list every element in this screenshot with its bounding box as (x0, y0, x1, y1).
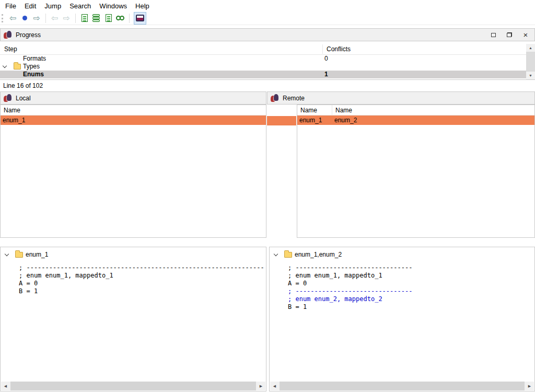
progress-tree: Formats0TypesEnums1 (0, 55, 526, 78)
scroll-down-icon[interactable]: ▼ (526, 72, 535, 79)
code-line[interactable]: ; ------------------------------- (288, 264, 532, 272)
local-code-view: ; --------------------------------------… (19, 264, 264, 295)
current-position-button[interactable] (19, 13, 31, 24)
restore-icon (507, 32, 512, 37)
local-titlebar[interactable]: Local (0, 91, 266, 105)
tree-row[interactable]: Formats0 (0, 55, 526, 63)
horizontal-scrollbar[interactable]: ◀ ▶ (1, 382, 265, 390)
toolbar-separator (75, 14, 76, 23)
menu-item-file[interactable]: File (1, 1, 20, 11)
code-line[interactable]: ; --------------------------------------… (19, 264, 264, 272)
code-line[interactable]: B = 1 (19, 287, 264, 295)
prev-conflict-button[interactable]: ⇦ (49, 13, 61, 24)
code-line[interactable]: ; enum enum_2, mappedto_2 (288, 295, 532, 303)
restore-button[interactable] (506, 31, 513, 39)
toolbar-grip[interactable] (2, 14, 4, 22)
merge-gutter (266, 105, 297, 238)
code-line[interactable]: B = 1 (288, 303, 532, 311)
close-icon: × (524, 31, 528, 39)
arrow-left-icon: ⇦ (51, 14, 58, 22)
remote-title: Remote (283, 95, 305, 102)
window-buttons: × (490, 31, 531, 39)
use-remote-button[interactable] (102, 13, 114, 24)
chevron-down-icon[interactable] (274, 252, 277, 256)
scroll-right-icon[interactable]: ▶ (525, 382, 534, 390)
column-header-name[interactable]: Name (297, 105, 332, 115)
toolbar: ⇦ ⇨ ⇦ ⇨ (0, 11, 535, 25)
menu-item-jump[interactable]: Jump (40, 1, 65, 11)
remote-code-view: ; -------------------------------; enum … (288, 264, 532, 311)
next-conflict-button[interactable]: ⇨ (61, 13, 73, 24)
horizontal-scrollbar[interactable]: ◀ ▶ (270, 382, 534, 390)
table-cell: enum_1 (297, 116, 332, 125)
column-divider[interactable] (322, 44, 323, 54)
tree-row-conflicts: 1 (324, 71, 328, 78)
maximize-button[interactable] (490, 31, 497, 39)
local-detail-title: enum_1 (26, 251, 48, 258)
app-icon (4, 94, 11, 102)
scrollbar-thumb[interactable] (279, 382, 525, 390)
arrow-right-icon: ⇨ (33, 14, 40, 22)
use-local-button[interactable] (78, 13, 90, 24)
layers-icon (92, 14, 100, 22)
code-line[interactable]: ; enum enum_1, mappedto_1 (288, 272, 532, 280)
diff-link-indicator (267, 116, 296, 125)
line-indicator: Line 16 of 102 (0, 79, 535, 91)
chevron-down-icon[interactable] (3, 64, 6, 67)
chevron-shape (5, 252, 9, 256)
navigate-back-button[interactable]: ⇦ (7, 13, 19, 24)
blue-dot-icon (22, 16, 27, 20)
scrollbar-thumb[interactable] (526, 52, 535, 72)
toggle-diff-view-button[interactable] (134, 12, 146, 25)
scroll-right-icon[interactable]: ▶ (257, 382, 265, 390)
table-row[interactable]: enum_1enum_2 (297, 116, 534, 125)
remote-table-header: Name Name (297, 105, 534, 116)
code-line[interactable]: ; ------------------------------- (288, 287, 532, 295)
document-icon (82, 14, 88, 22)
local-detail-header: enum_1 (1, 247, 266, 263)
remote-detail-header: enum_1,enum_2 (270, 247, 534, 263)
progress-titlebar[interactable]: Progress × (0, 28, 535, 41)
local-detail-panel: enum_1 ; -------------------------------… (0, 247, 266, 391)
line-indicator-text: Line 16 of 102 (3, 82, 43, 89)
local-title: Local (16, 95, 31, 102)
document-icon (106, 14, 112, 22)
menu-item-edit[interactable]: Edit (20, 1, 40, 11)
code-line[interactable]: A = 0 (19, 280, 264, 287)
menu-item-search[interactable]: Search (65, 1, 95, 11)
menu-item-help[interactable]: Help (131, 1, 154, 11)
column-header-conflicts[interactable]: Conflicts (327, 45, 351, 53)
arrow-right-icon: ⇨ (63, 14, 70, 22)
menu-bar: FileEditJumpSearchWindowsHelp (0, 0, 535, 11)
rings-icon (116, 15, 125, 22)
progress-table-header: Step Conflicts (0, 44, 526, 55)
folder-icon (15, 252, 23, 258)
code-line[interactable]: ; enum enum_1, mappedto_1 (19, 272, 264, 280)
tree-row-label: Types (23, 63, 40, 71)
column-header-name[interactable]: Name (332, 105, 352, 115)
code-line[interactable]: A = 0 (288, 280, 532, 287)
scrollbar-thumb[interactable] (10, 382, 257, 390)
vertical-scrollbar[interactable]: ▲ ▼ (526, 44, 535, 79)
link-views-button[interactable] (114, 13, 126, 24)
use-merge-button[interactable] (90, 13, 102, 24)
scroll-up-icon[interactable]: ▲ (526, 44, 535, 52)
scroll-left-icon[interactable]: ◀ (270, 382, 279, 390)
close-button[interactable]: × (522, 31, 529, 39)
tree-row[interactable]: Types (0, 63, 526, 71)
tree-row[interactable]: Enums1 (0, 71, 526, 78)
chevron-down-icon[interactable] (5, 252, 8, 256)
monitor-icon (136, 15, 144, 21)
scroll-left-icon[interactable]: ◀ (1, 382, 10, 390)
menu-item-windows[interactable]: Windows (95, 1, 131, 11)
column-header-name[interactable]: Name (1, 105, 20, 115)
remote-table: Name Name enum_1enum_2 (297, 105, 535, 238)
navigate-forward-button[interactable]: ⇨ (31, 13, 43, 24)
column-header-step[interactable]: Step (4, 45, 17, 53)
remote-detail-title: enum_1,enum_2 (295, 251, 342, 258)
remote-titlebar[interactable]: Remote (267, 91, 535, 105)
remote-detail-panel: enum_1,enum_2 ; ------------------------… (269, 247, 535, 391)
tree-row-label: Enums (23, 71, 44, 78)
folder-icon (14, 64, 21, 70)
table-row[interactable]: enum_1 (1, 116, 266, 125)
